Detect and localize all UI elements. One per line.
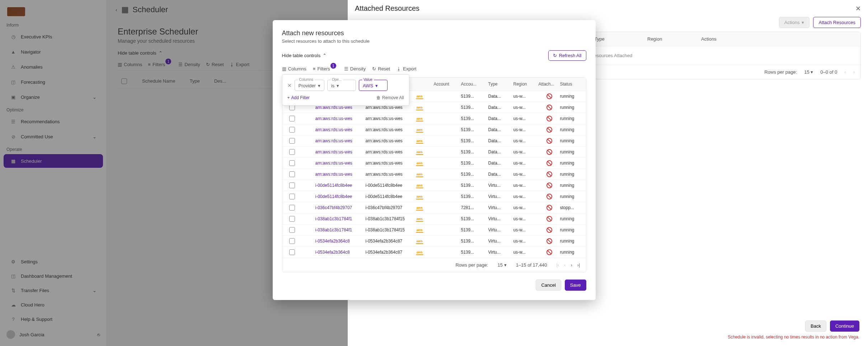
reset-button[interactable]: ↻Reset bbox=[372, 66, 390, 71]
add-filter-button[interactable]: +Add Filter bbox=[287, 95, 310, 100]
prev-page-icon[interactable]: ‹ bbox=[564, 262, 566, 268]
aws-icon: aws bbox=[416, 183, 423, 188]
type-cell: Virtu... bbox=[488, 227, 513, 232]
last-page-icon[interactable]: ›| bbox=[577, 262, 580, 268]
account-id-cell: 5139... bbox=[461, 194, 488, 199]
cancel-button[interactable]: Cancel bbox=[536, 280, 561, 291]
resource-link[interactable]: i-00de5114fc8b4ee bbox=[315, 194, 366, 199]
filter-icon: ≡ bbox=[313, 66, 316, 71]
region-cell: us-w... bbox=[513, 194, 539, 199]
save-button[interactable]: Save bbox=[565, 280, 586, 291]
filters-button[interactable]: ≡Filters1 bbox=[313, 66, 338, 71]
next-page-icon[interactable]: › bbox=[571, 262, 572, 268]
account-id-cell: 5139... bbox=[461, 138, 488, 143]
resource-name: arn:aws:rds:us-wes bbox=[366, 161, 416, 166]
not-attached-icon bbox=[546, 227, 552, 233]
remove-filter-icon[interactable]: ✕ bbox=[287, 83, 292, 88]
resource-name: i-038ab1c3b1784f15 bbox=[366, 227, 416, 232]
aws-icon: aws bbox=[416, 239, 423, 244]
col-attached[interactable]: Attach... bbox=[539, 82, 560, 87]
columns-icon: ▥ bbox=[282, 66, 286, 71]
density-icon: ☰ bbox=[344, 66, 348, 71]
remove-all-button[interactable]: 🗑Remove All bbox=[376, 95, 404, 100]
plus-icon: + bbox=[287, 95, 290, 100]
first-page-icon[interactable]: |‹ bbox=[556, 262, 559, 268]
type-cell: Data... bbox=[488, 138, 513, 143]
resource-link[interactable]: arn:aws:rds:us-wes bbox=[315, 161, 366, 166]
row-checkbox[interactable] bbox=[289, 194, 295, 199]
export-button[interactable]: ⭳Export bbox=[397, 66, 417, 71]
resource-link[interactable]: i-0534efa2b364c8 bbox=[315, 239, 366, 244]
row-checkbox[interactable] bbox=[289, 116, 295, 121]
refresh-all-button[interactable]: ↻Refresh All bbox=[548, 50, 586, 61]
density-button[interactable]: ☰Density bbox=[344, 66, 366, 71]
table-row: arn:aws:rds:us-wes arn:aws:rds:us-wes aw… bbox=[282, 113, 586, 124]
filter-value-select[interactable]: Value AWS▾ bbox=[359, 80, 388, 91]
row-checkbox[interactable] bbox=[289, 249, 295, 255]
not-attached-icon bbox=[546, 171, 552, 177]
col-status[interactable]: Status bbox=[560, 82, 585, 87]
aws-icon: aws bbox=[416, 128, 423, 133]
aws-icon: aws bbox=[416, 105, 423, 110]
status-cell: running bbox=[560, 194, 585, 199]
refresh-icon: ↻ bbox=[553, 53, 557, 58]
legend-columns: Columns bbox=[298, 78, 315, 82]
filter-column-select[interactable]: Columns Provider▾ bbox=[295, 80, 324, 91]
account-id-cell: 5139... bbox=[461, 116, 488, 121]
status-cell: running bbox=[560, 216, 585, 221]
status-cell: running bbox=[560, 105, 585, 110]
status-cell: running bbox=[560, 116, 585, 121]
modal-subtitle: Select resources to attach to this sched… bbox=[282, 38, 586, 44]
col-account-id[interactable]: Accou... bbox=[461, 82, 488, 87]
resource-link[interactable]: arn:aws:rds:us-wes bbox=[315, 172, 366, 177]
col-type[interactable]: Type bbox=[488, 82, 513, 87]
resource-link[interactable]: arn:aws:rds:us-wes bbox=[315, 138, 366, 143]
resource-link[interactable]: i-038ab1c3b1784f1 bbox=[315, 227, 366, 232]
table-row: arn:aws:rds:us-wes arn:aws:rds:us-wes aw… bbox=[282, 169, 586, 180]
row-checkbox[interactable] bbox=[289, 127, 295, 133]
resource-link[interactable]: arn:aws:rds:us-wes bbox=[315, 105, 366, 110]
row-checkbox[interactable] bbox=[289, 216, 295, 222]
type-cell: Virtu... bbox=[488, 183, 513, 188]
not-attached-icon bbox=[546, 138, 552, 144]
resource-name: arn:aws:rds:us-wes bbox=[366, 116, 416, 121]
row-checkbox[interactable] bbox=[289, 227, 295, 233]
resource-link[interactable]: i-036c47bf4b29707 bbox=[315, 205, 366, 210]
resource-link[interactable]: arn:aws:rds:us-wes bbox=[315, 127, 366, 132]
type-cell: Data... bbox=[488, 161, 513, 166]
rows-per-page-select[interactable]: 15 ▾ bbox=[498, 262, 507, 268]
row-checkbox[interactable] bbox=[289, 160, 295, 166]
pagination-range: 1–15 of 17,440 bbox=[516, 262, 547, 268]
row-checkbox[interactable] bbox=[289, 205, 295, 211]
status-cell: running bbox=[560, 94, 585, 99]
row-checkbox[interactable] bbox=[289, 138, 295, 144]
resource-link[interactable]: i-038ab1c3b1784f1 bbox=[315, 216, 366, 221]
resource-link[interactable]: arn:aws:rds:us-wes bbox=[315, 149, 366, 154]
type-cell: Virtu... bbox=[488, 216, 513, 221]
region-cell: us-w... bbox=[513, 94, 539, 99]
account-id-cell: 5139... bbox=[461, 161, 488, 166]
filter-operator-select[interactable]: Ope... is▾ bbox=[327, 80, 356, 91]
type-cell: Data... bbox=[488, 127, 513, 132]
col-account[interactable]: Account bbox=[434, 82, 461, 87]
status-cell: running bbox=[560, 161, 585, 166]
table-row: i-036c47bf4b29707 i-036c47bf4b29707 aws … bbox=[282, 202, 586, 213]
row-checkbox[interactable] bbox=[289, 171, 295, 177]
trash-icon: 🗑 bbox=[376, 95, 381, 100]
col-region[interactable]: Region bbox=[513, 82, 539, 87]
columns-button[interactable]: ▥Columns bbox=[282, 66, 306, 71]
resource-link[interactable]: i-00de5114fc8b4ee bbox=[315, 183, 366, 188]
row-checkbox[interactable] bbox=[289, 238, 295, 244]
row-checkbox[interactable] bbox=[289, 149, 295, 155]
account-id-cell: 5139... bbox=[461, 183, 488, 188]
resource-name: i-036c47bf4b29707 bbox=[366, 205, 416, 210]
reset-icon: ↻ bbox=[372, 66, 376, 71]
account-id-cell: 7281... bbox=[461, 205, 488, 210]
resource-link[interactable]: arn:aws:rds:us-wes bbox=[315, 116, 366, 121]
resource-name: arn:aws:rds:us-wes bbox=[366, 172, 416, 177]
account-id-cell: 5139... bbox=[461, 172, 488, 177]
hide-table-controls[interactable]: Hide table controls ⌃ bbox=[282, 53, 327, 58]
row-checkbox[interactable] bbox=[289, 183, 295, 188]
table-row: arn:aws:rds:us-wes arn:aws:rds:us-wes aw… bbox=[282, 158, 586, 169]
resource-link[interactable]: i-0534efa2b364c8 bbox=[315, 250, 366, 255]
